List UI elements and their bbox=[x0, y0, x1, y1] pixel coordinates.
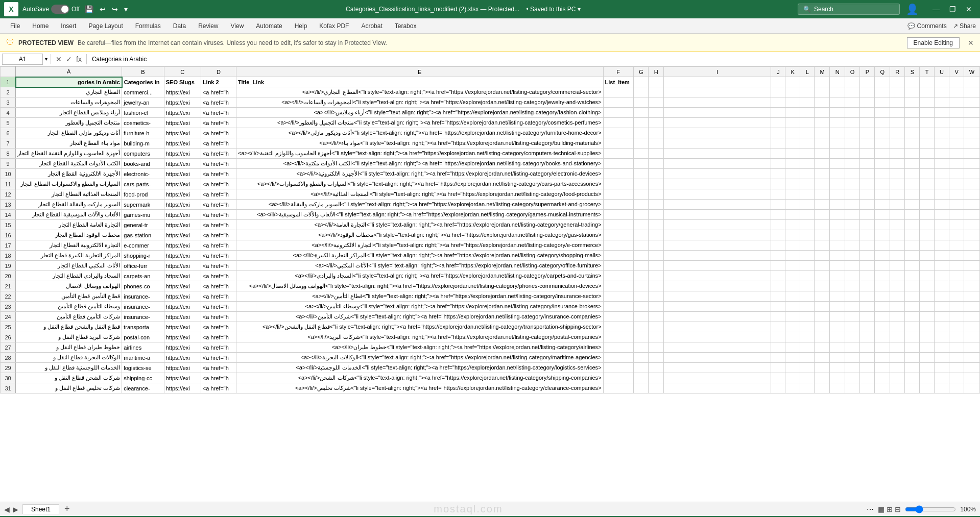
close-button[interactable]: ✕ bbox=[962, 2, 976, 16]
cell-l-9[interactable] bbox=[800, 159, 815, 169]
cell-f-27[interactable] bbox=[603, 342, 633, 353]
cell-s-21[interactable] bbox=[905, 281, 920, 291]
cell-v-22[interactable] bbox=[949, 291, 964, 302]
cell-r-30[interactable] bbox=[890, 373, 905, 383]
cell-s-19[interactable] bbox=[905, 261, 920, 271]
cell-p-17[interactable] bbox=[860, 240, 875, 251]
cell-r-12[interactable] bbox=[890, 189, 905, 200]
cell-o-3[interactable] bbox=[845, 97, 860, 108]
cell-p-14[interactable] bbox=[860, 210, 875, 220]
cell-i-24[interactable] bbox=[663, 312, 771, 322]
table-row[interactable]: 19الأثاث المكتبي القطاع التجارoffice-fur… bbox=[1, 261, 980, 271]
cell-k-28[interactable] bbox=[785, 353, 800, 363]
col-header-u[interactable]: U bbox=[934, 67, 949, 77]
insert-function-button[interactable]: fx bbox=[75, 55, 83, 63]
cell-m-9[interactable] bbox=[815, 159, 830, 169]
cell-r-22[interactable] bbox=[890, 291, 905, 302]
cell-o-13[interactable] bbox=[845, 200, 860, 210]
cell-e-12[interactable]: <li style="text-align: right;"><a href="… bbox=[236, 189, 603, 200]
cell-f-31[interactable] bbox=[603, 383, 633, 393]
cell-r-4[interactable] bbox=[890, 108, 905, 118]
cell-w-11[interactable] bbox=[964, 179, 980, 189]
cell-u-9[interactable] bbox=[934, 159, 949, 169]
cell-r-11[interactable] bbox=[890, 179, 905, 189]
cell-c-17[interactable]: https://exi bbox=[164, 240, 201, 251]
tab-formulas[interactable]: Formulas bbox=[129, 19, 167, 33]
table-row[interactable]: 2القطاع التجاريcommerci...https://exi<a … bbox=[1, 87, 980, 97]
sheet-area[interactable]: A B C D E F G H I J K L M N O P Q bbox=[0, 66, 980, 502]
cell-w-26[interactable] bbox=[964, 332, 980, 342]
cell-t-2[interactable] bbox=[920, 87, 935, 97]
table-row[interactable]: 24شركات التأمين قطاع التأمينinsurance-ht… bbox=[1, 312, 980, 322]
cell-n-28[interactable] bbox=[830, 353, 845, 363]
cell-r-25[interactable] bbox=[890, 322, 905, 332]
cell-d-15[interactable]: <a href="h bbox=[201, 220, 236, 230]
cell-j-21[interactable] bbox=[771, 281, 785, 291]
cell-c-24[interactable]: https://exi bbox=[164, 312, 201, 322]
cell-l-6[interactable] bbox=[800, 128, 815, 138]
undo-icon[interactable]: ↩ bbox=[99, 4, 107, 14]
cell-q-14[interactable] bbox=[875, 210, 890, 220]
cell-k-2[interactable] bbox=[785, 87, 800, 97]
cell-d-26[interactable]: <a href="h bbox=[201, 332, 236, 342]
cell-r-26[interactable] bbox=[890, 332, 905, 342]
cell-f-21[interactable] bbox=[603, 281, 633, 291]
col-header-v[interactable]: V bbox=[949, 67, 964, 77]
cell-a-27[interactable]: خطوط طيران قطاع النقل و bbox=[16, 342, 122, 353]
cell-w-1[interactable] bbox=[964, 77, 980, 87]
cell-e-9[interactable]: <li style="text-align: right;"><a href="… bbox=[236, 159, 603, 169]
cell-u-10[interactable] bbox=[934, 169, 949, 179]
cell-b-25[interactable]: transporta bbox=[122, 322, 164, 332]
col-header-a[interactable]: A bbox=[16, 67, 122, 77]
cell-l-5[interactable] bbox=[800, 118, 815, 128]
cell-b-11[interactable]: cars-parts- bbox=[122, 179, 164, 189]
cell-b-10[interactable]: electronic- bbox=[122, 169, 164, 179]
cell-j-30[interactable] bbox=[771, 373, 785, 383]
cell-s-9[interactable] bbox=[905, 159, 920, 169]
cell-u-17[interactable] bbox=[934, 240, 949, 251]
cell-m-16[interactable] bbox=[815, 230, 830, 240]
cell-p-6[interactable] bbox=[860, 128, 875, 138]
cell-h-27[interactable] bbox=[649, 342, 663, 353]
cell-i-5[interactable] bbox=[663, 118, 771, 128]
cell-r-16[interactable] bbox=[890, 230, 905, 240]
cell-w-6[interactable] bbox=[964, 128, 980, 138]
cell-l-7[interactable] bbox=[800, 138, 815, 149]
cell-v-30[interactable] bbox=[949, 373, 964, 383]
cell-n-30[interactable] bbox=[830, 373, 845, 383]
cell-d-28[interactable]: <a href="h bbox=[201, 353, 236, 363]
cell-l-18[interactable] bbox=[800, 251, 815, 261]
cell-k-21[interactable] bbox=[785, 281, 800, 291]
cell-e-2[interactable]: <li style="text-align: right;"><a href="… bbox=[236, 87, 603, 97]
cell-k-8[interactable] bbox=[785, 149, 800, 159]
cell-o-1[interactable] bbox=[845, 77, 860, 87]
cell-u-13[interactable] bbox=[934, 200, 949, 210]
cell-i-15[interactable] bbox=[663, 220, 771, 230]
cell-o-21[interactable] bbox=[845, 281, 860, 291]
cell-b-14[interactable]: games-mu bbox=[122, 210, 164, 220]
col-header-t[interactable]: T bbox=[920, 67, 935, 77]
cell-v-8[interactable] bbox=[949, 149, 964, 159]
cell-b-7[interactable]: building-m bbox=[122, 138, 164, 149]
cell-e-5[interactable]: <li style="text-align: right;"><a href="… bbox=[236, 118, 603, 128]
cell-q-1[interactable] bbox=[875, 77, 890, 87]
cell-d-23[interactable]: <a href="h bbox=[201, 302, 236, 312]
cell-l-10[interactable] bbox=[800, 169, 815, 179]
cell-w-13[interactable] bbox=[964, 200, 980, 210]
cell-l-26[interactable] bbox=[800, 332, 815, 342]
cell-g-9[interactable] bbox=[633, 159, 649, 169]
cell-t-29[interactable] bbox=[920, 363, 935, 373]
autosave-control[interactable]: AutoSave Off bbox=[22, 5, 80, 14]
cell-w-31[interactable] bbox=[964, 383, 980, 393]
cell-e-30[interactable]: <li style="text-align: right;"><a href="… bbox=[236, 373, 603, 383]
cell-o-25[interactable] bbox=[845, 322, 860, 332]
cell-k-22[interactable] bbox=[785, 291, 800, 302]
cell-c-21[interactable]: https://exi bbox=[164, 281, 201, 291]
cell-l-16[interactable] bbox=[800, 230, 815, 240]
minimize-button[interactable]: — bbox=[929, 2, 943, 16]
tab-help[interactable]: Help bbox=[289, 19, 314, 33]
next-sheet-button[interactable]: ▶ bbox=[13, 505, 18, 513]
col-header-w[interactable]: W bbox=[964, 67, 980, 77]
cell-f-15[interactable] bbox=[603, 220, 633, 230]
cell-r-31[interactable] bbox=[890, 383, 905, 393]
